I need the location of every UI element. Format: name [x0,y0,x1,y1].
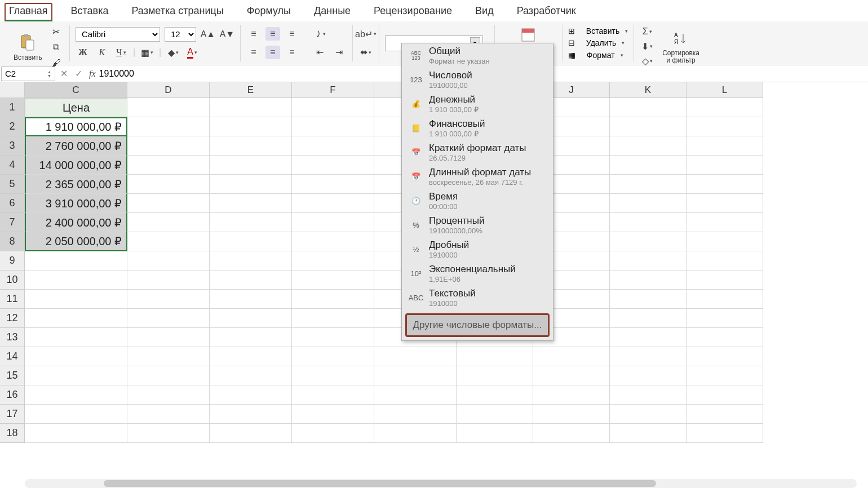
numfmt-item-6[interactable]: 🕐Время00:00:00 [402,189,553,213]
cell-D10[interactable] [127,270,210,290]
numfmt-item-9[interactable]: 10²Экспоненциальный1,91E+06 [402,261,553,286]
cell-C11[interactable] [25,290,127,309]
delete-cells-button[interactable]: ⊟ Удалить▾ [568,38,628,47]
cell-K9[interactable] [610,251,687,270]
cell-F1[interactable] [292,98,374,117]
cell-K15[interactable] [610,366,687,385]
bold-button[interactable]: Ж [76,46,90,59]
cell-D6[interactable] [127,194,210,213]
row-header-9[interactable]: 9 [0,251,25,270]
cell-D15[interactable] [127,366,210,385]
cell-C3[interactable]: 2 760 000,00 ₽ [25,136,127,156]
cell-L2[interactable] [687,117,763,136]
cell-C14[interactable] [25,347,127,366]
cell-F11[interactable] [292,290,374,309]
cell-C8[interactable]: 2 050 000,00 ₽ [25,232,127,251]
cell-G18[interactable] [374,424,457,443]
cell-L13[interactable] [687,328,763,347]
cell-F10[interactable] [292,270,374,290]
cell-G17[interactable] [374,405,457,424]
cell-L12[interactable] [687,309,763,328]
cell-D17[interactable] [127,405,210,424]
cell-L18[interactable] [687,424,763,443]
cell-E5[interactable] [210,175,292,194]
row-header-12[interactable]: 12 [0,309,25,328]
cell-K13[interactable] [610,328,687,347]
tab-data[interactable]: Данные [309,3,355,21]
tab-formulas[interactable]: Формулы [242,3,295,21]
numfmt-item-3[interactable]: 📒Финансовый1 910 000,00 ₽ [402,116,553,140]
fill-color-button[interactable]: ◆▾ [166,46,180,59]
cell-D1[interactable] [127,98,210,117]
row-header-18[interactable]: 18 [0,424,25,443]
cell-L11[interactable] [687,290,763,309]
formula-input[interactable]: 1910000 [99,69,134,79]
cell-K2[interactable] [610,117,687,136]
cell-E10[interactable] [210,270,292,290]
column-header-F[interactable]: F [292,82,374,98]
horizontal-scrollbar[interactable] [25,479,857,488]
cell-J18[interactable] [533,424,610,443]
cancel-formula-button[interactable]: ✕ [56,68,71,79]
column-header-C[interactable]: C [25,82,127,98]
cell-E1[interactable] [210,98,292,117]
cell-F15[interactable] [292,366,374,385]
cell-J17[interactable] [533,405,610,424]
cell-F2[interactable] [292,117,374,136]
cell-E12[interactable] [210,309,292,328]
cell-D2[interactable] [127,117,210,136]
cell-E14[interactable] [210,347,292,366]
cut-button[interactable]: ✂ [49,25,64,38]
cell-E7[interactable] [210,213,292,232]
cell-E2[interactable] [210,117,292,136]
numfmt-item-7[interactable]: %Процентный191000000,00% [402,213,553,237]
tab-insert[interactable]: Вставка [67,3,113,21]
cell-E11[interactable] [210,290,292,309]
tab-home[interactable]: Главная [5,3,52,21]
cell-J15[interactable] [533,366,610,385]
fx-label[interactable]: fx [89,69,96,79]
format-cells-button[interactable]: ▦ Формат▾ [568,51,628,60]
cell-G14[interactable] [374,347,457,366]
cell-K5[interactable] [610,175,687,194]
cell-F5[interactable] [292,175,374,194]
cell-F6[interactable] [292,194,374,213]
cell-J16[interactable] [533,385,610,405]
cell-K7[interactable] [610,213,687,232]
row-header-11[interactable]: 11 [0,290,25,309]
cell-E9[interactable] [210,251,292,270]
cell-F13[interactable] [292,328,374,347]
cell-C1[interactable]: Цена [25,98,127,117]
cell-L6[interactable] [687,194,763,213]
row-header-15[interactable]: 15 [0,366,25,385]
cell-C6[interactable]: 3 910 000,00 ₽ [25,194,127,213]
tab-developer[interactable]: Разработчик [512,3,581,21]
row-header-5[interactable]: 5 [0,175,25,194]
paste-button[interactable]: Вставить [10,33,46,61]
cell-L1[interactable] [687,98,763,117]
cell-F14[interactable] [292,347,374,366]
cell-E16[interactable] [210,385,292,405]
numfmt-more-button[interactable]: Другие числовые форматы... [405,313,550,337]
tab-review[interactable]: Рецензирование [369,3,457,21]
row-header-13[interactable]: 13 [0,328,25,347]
row-header-10[interactable]: 10 [0,270,25,290]
cell-C15[interactable] [25,366,127,385]
cell-L8[interactable] [687,232,763,251]
cell-D5[interactable] [127,175,210,194]
cell-D7[interactable] [127,213,210,232]
cell-E3[interactable] [210,136,292,156]
row-header-14[interactable]: 14 [0,347,25,366]
tab-page-layout[interactable]: Разметка страницы [127,3,228,21]
row-header-16[interactable]: 16 [0,385,25,405]
cell-D18[interactable] [127,424,210,443]
cell-C18[interactable] [25,424,127,443]
cell-L10[interactable] [687,270,763,290]
cell-K4[interactable] [610,156,687,175]
cell-K10[interactable] [610,270,687,290]
align-top-button[interactable]: ≡ [246,27,261,41]
copy-button[interactable]: ⧉ [49,41,64,54]
cell-K3[interactable] [610,136,687,156]
row-header-8[interactable]: 8 [0,232,25,251]
cell-G15[interactable] [374,366,457,385]
